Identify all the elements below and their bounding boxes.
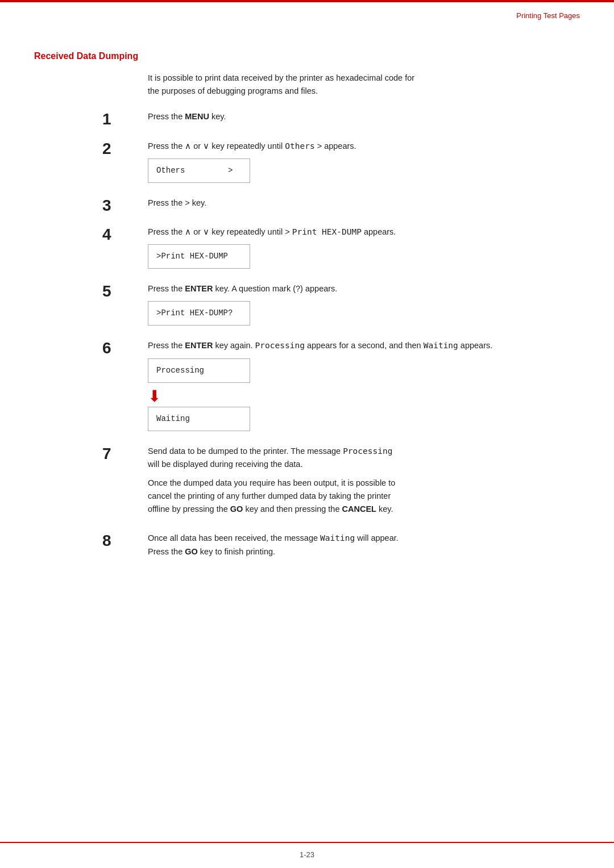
step-1-content: Press the MENU key. xyxy=(148,110,580,129)
section-title: Received Data Dumping xyxy=(34,51,580,61)
step-7-content: Send data to be dumped to the printer. T… xyxy=(148,445,580,522)
step-number-2: 2 xyxy=(102,140,148,157)
step-8-text: Once all data has been received, the mes… xyxy=(148,532,580,558)
step-6-waiting-box: Waiting xyxy=(148,407,250,431)
step-number-8: 8 xyxy=(102,532,148,549)
step-number-3: 3 xyxy=(102,197,148,214)
step-2-content: Press the ∧ or ∨ key repeatedly until Ot… xyxy=(148,140,580,186)
step-6-processing-box: Processing xyxy=(148,358,250,383)
intro-text: It is possible to print data received by… xyxy=(148,72,580,98)
step-6-content: Press the ENTER key again. Processing ap… xyxy=(148,339,580,434)
step-5-display-box: >Print HEX-DUMP? xyxy=(148,301,250,326)
step-4-display-box: >Print HEX-DUMP xyxy=(148,244,250,269)
step-8-content: Once all data has been received, the mes… xyxy=(148,532,580,564)
step-3-text: Press the > key. xyxy=(148,197,580,210)
step-5: 5 Press the ENTER key. A question mark (… xyxy=(102,282,580,329)
step-number-6: 6 xyxy=(102,339,148,356)
step-7-extra-text: Once the dumped data you require has bee… xyxy=(148,477,580,516)
step-6-text: Press the ENTER key again. Processing ap… xyxy=(148,339,580,352)
step-6: 6 Press the ENTER key again. Processing … xyxy=(102,339,580,434)
step-3: 3 Press the > key. xyxy=(102,197,580,215)
top-border-line xyxy=(0,0,614,2)
main-content: Received Data Dumping It is possible to … xyxy=(34,34,580,574)
step-number-4: 4 xyxy=(102,226,148,243)
step-5-content: Press the ENTER key. A question mark (?)… xyxy=(148,282,580,329)
step-2-text: Press the ∧ or ∨ key repeatedly until Ot… xyxy=(148,140,580,153)
step-8: 8 Once all data has been received, the m… xyxy=(102,532,580,564)
step-6-arrow: ⬇ xyxy=(148,389,161,404)
step-1-text: Press the MENU key. xyxy=(148,110,580,123)
header-section-label: Printing Test Pages xyxy=(516,11,580,20)
step-4: 4 Press the ∧ or ∨ key repeatedly until … xyxy=(102,226,580,272)
step-2-display-box: Others > xyxy=(148,158,250,183)
step-number-7: 7 xyxy=(102,445,148,462)
step-7-text: Send data to be dumped to the printer. T… xyxy=(148,445,580,471)
step-4-content: Press the ∧ or ∨ key repeatedly until > … xyxy=(148,226,580,272)
step-6-boxes: Processing ⬇ Waiting xyxy=(148,358,580,435)
step-number-1: 1 xyxy=(102,110,148,127)
step-4-text: Press the ∧ or ∨ key repeatedly until > … xyxy=(148,226,580,239)
page-number: 1-23 xyxy=(300,850,314,859)
step-2: 2 Press the ∧ or ∨ key repeatedly until … xyxy=(102,140,580,186)
step-number-5: 5 xyxy=(102,282,148,299)
step-7: 7 Send data to be dumped to the printer.… xyxy=(102,445,580,522)
bottom-border-line xyxy=(0,842,614,843)
step-3-content: Press the > key. xyxy=(148,197,580,215)
step-1: 1 Press the MENU key. xyxy=(102,110,580,129)
step-5-text: Press the ENTER key. A question mark (?)… xyxy=(148,282,580,295)
